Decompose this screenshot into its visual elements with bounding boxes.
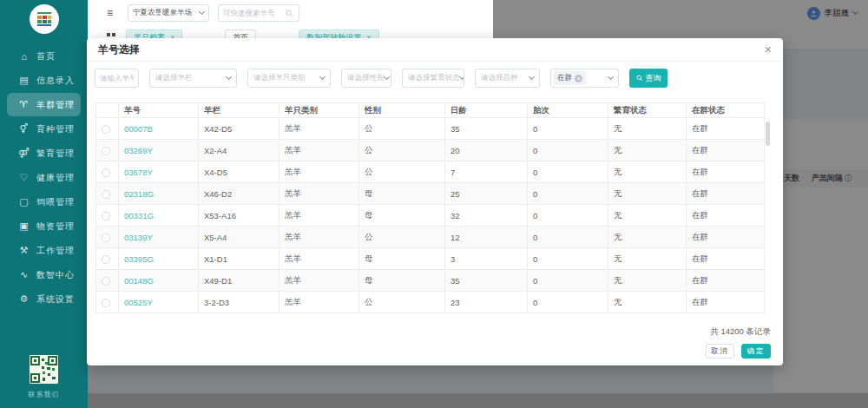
cell-parity: 0 xyxy=(528,292,608,313)
cell-category: 羔羊 xyxy=(279,292,359,313)
cell-parity: 0 xyxy=(528,270,608,292)
modal-title: 羊号选择 xyxy=(98,43,140,57)
cancel-button[interactable]: 取消 xyxy=(706,344,734,359)
sheep-no-link[interactable]: 03678Y xyxy=(124,168,153,177)
sidebar-item-6[interactable]: ▢ 饲喂管理 xyxy=(7,190,81,214)
radio-column-header xyxy=(96,103,119,118)
cell-no: 03139Y xyxy=(119,227,199,248)
sheep-table: 羊号 羊栏 羊只类别 性别 日龄 胎次 繁育状态 在群状态 00007BX42-… xyxy=(95,102,764,313)
row-radio[interactable] xyxy=(102,212,110,220)
farm-selector-dropdown[interactable]: 宁夏农垦暖泉羊场 xyxy=(128,4,209,22)
quick-search-box[interactable] xyxy=(218,4,299,22)
sex-select[interactable]: 请选择性别 xyxy=(341,69,391,88)
table-row[interactable]: 02318GX46-D2羔羊母250无在群 xyxy=(96,183,765,205)
sheep-flock-icon: ♈ xyxy=(18,99,30,110)
cell-age: 32 xyxy=(445,205,528,227)
breed-select[interactable]: 请选择品种 xyxy=(475,69,540,88)
query-button[interactable]: 查询 xyxy=(629,69,667,88)
cell-category: 羔羊 xyxy=(279,183,359,205)
herd-status-select[interactable]: 在群 × xyxy=(550,69,619,88)
cell-category: 羔羊 xyxy=(279,161,359,183)
cell-breeding: 无 xyxy=(608,292,687,313)
cell-breeding: 无 xyxy=(608,118,687,140)
col-parity: 胎次 xyxy=(528,103,608,118)
table-row[interactable]: 00148GX49-D1羔羊母350无在群 xyxy=(96,270,765,292)
sheep-no-input[interactable] xyxy=(95,69,139,88)
cell-breeding: 无 xyxy=(608,270,687,292)
cell-no: 02318G xyxy=(119,183,199,205)
cell-pen: X5-A4 xyxy=(199,227,279,248)
table-row[interactable]: 03678YX4-D5羔羊公70无在群 xyxy=(96,161,765,183)
breeding-status-select[interactable]: 请选择繁育状态 xyxy=(402,69,464,88)
chevron-down-icon xyxy=(529,74,535,80)
cell-sex: 公 xyxy=(359,292,445,313)
table-scrollbar[interactable] xyxy=(766,122,770,146)
cell-age: 3 xyxy=(445,248,528,270)
cell-pen: X4-D5 xyxy=(199,161,279,183)
cell-pen: 3-2-D3 xyxy=(199,292,279,313)
sidebar-item-9[interactable]: ∿ 数智中心 xyxy=(7,263,81,286)
sheep-no-link[interactable]: 03139Y xyxy=(124,233,153,242)
cell-herd: 在群 xyxy=(687,140,765,161)
sheep-no-link[interactable]: 00007B xyxy=(124,124,153,134)
confirm-button[interactable]: 确定 xyxy=(741,344,771,359)
category-select[interactable]: 请选择羊只类别 xyxy=(247,69,331,88)
cell-parity: 0 xyxy=(528,183,608,205)
sidebar-item-4[interactable]: ⚤ 繁育管理 xyxy=(7,141,81,165)
cell-age: 35 xyxy=(445,118,528,140)
close-icon[interactable]: × xyxy=(765,43,772,56)
contact-label: 联系我们 xyxy=(0,390,88,399)
pen-select[interactable]: 请选择羊栏 xyxy=(149,69,237,88)
row-radio[interactable] xyxy=(102,234,110,242)
sidebar-item-8[interactable]: ⚒ 工作管理 xyxy=(7,239,81,262)
farm-logo xyxy=(30,4,59,34)
qr-code xyxy=(30,355,58,384)
hamburger-menu-icon[interactable]: ≡ xyxy=(107,7,117,19)
row-radio[interactable] xyxy=(102,299,110,307)
cell-herd: 在群 xyxy=(687,292,765,313)
table-row[interactable]: 03269YX2-A4羔羊公200无在群 xyxy=(96,140,765,161)
cell-pen: X53-A16 xyxy=(199,205,279,227)
table-row[interactable]: 03395GX1-D1羔羊母30无在群 xyxy=(96,248,765,270)
sidebar-item-5[interactable]: ♡ 健康管理 xyxy=(7,166,81,189)
table-row[interactable]: 00331GX53-A16羔羊母320无在群 xyxy=(96,205,765,227)
row-radio[interactable] xyxy=(102,190,110,199)
row-radio[interactable] xyxy=(102,255,110,264)
sidebar-item-7[interactable]: ▣ 物资管理 xyxy=(7,214,81,238)
sidebar-item-10[interactable]: ⚙ 系统设置 xyxy=(7,287,81,311)
sheep-no-link[interactable]: 00331G xyxy=(124,211,154,220)
sidebar-item-1[interactable]: ▤ 信息录入 xyxy=(7,69,81,92)
sheep-no-link[interactable]: 02318G xyxy=(124,189,154,199)
sheep-no-link[interactable]: 03269Y xyxy=(124,146,153,155)
table-row[interactable]: 00525Y3-2-D3羔羊公230无在群 xyxy=(96,292,765,313)
sidebar-item-3[interactable]: ⚥ 育种管理 xyxy=(7,117,81,141)
sidebar-item-2[interactable]: ♈ 羊群管理 xyxy=(7,93,81,116)
table-row[interactable]: 00007BX42-D5羔羊公350无在群 xyxy=(96,118,765,140)
row-radio[interactable] xyxy=(102,125,110,134)
sidebar-item-0[interactable]: ⌂ 首页 xyxy=(7,44,81,68)
row-radio[interactable] xyxy=(102,147,110,155)
farm-selector-value: 宁夏农垦暖泉羊场 xyxy=(133,8,192,18)
sheep-no-link[interactable]: 00525Y xyxy=(124,298,153,307)
quick-search-input[interactable] xyxy=(223,9,286,17)
cell-parity: 0 xyxy=(528,248,608,270)
cell-sex: 母 xyxy=(359,270,445,292)
cell-sex: 公 xyxy=(359,140,445,161)
col-breeding-status: 繁育状态 xyxy=(608,103,687,118)
cell-no: 03269Y xyxy=(119,140,199,161)
cell-pen: X2-A4 xyxy=(199,140,279,161)
table-row[interactable]: 03139YX5-A4羔羊公120无在群 xyxy=(96,227,765,248)
cell-pen: X46-D2 xyxy=(199,183,279,205)
cell-breeding: 无 xyxy=(608,140,687,161)
sheep-no-link[interactable]: 03395G xyxy=(124,254,154,264)
sidebar: ⌂ 首页 ▤ 信息录入 ♈ 羊群管理 ⚥ 育种管理 ⚤ 繁育管理 ♡ 健康管理 … xyxy=(0,0,88,408)
cell-parity: 0 xyxy=(528,161,608,183)
sheep-no-link[interactable]: 00148G xyxy=(124,276,154,286)
col-category: 羊只类别 xyxy=(279,103,359,118)
row-radio[interactable] xyxy=(102,168,110,177)
filter-bar: 请选择羊栏 请选择羊只类别 请选择性别 请选择繁育状态 请选择品种 在群 × xyxy=(87,62,783,95)
chevron-down-icon xyxy=(608,74,614,80)
row-radio[interactable] xyxy=(102,277,110,286)
tag-close-icon[interactable]: × xyxy=(575,75,582,82)
cell-radio xyxy=(96,118,119,140)
